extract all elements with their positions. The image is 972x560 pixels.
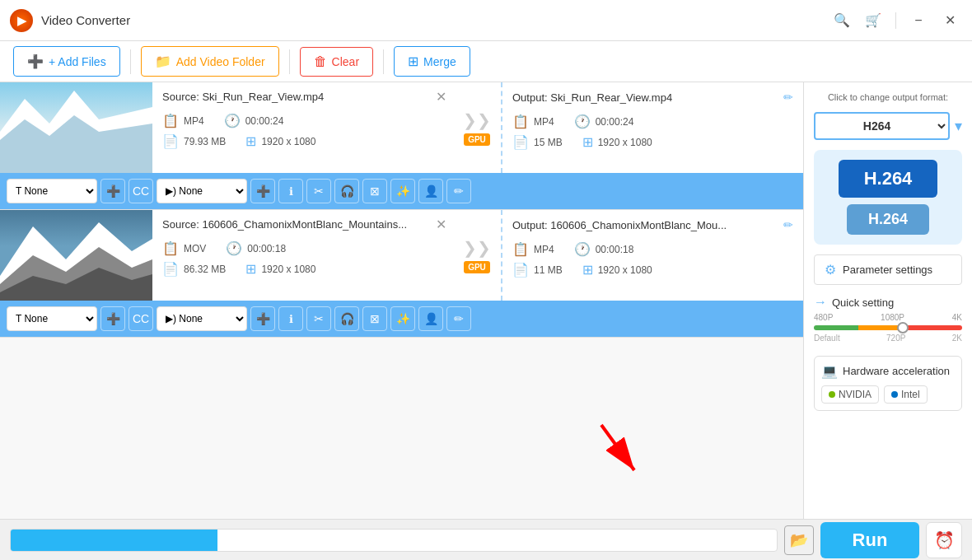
- alarm-button[interactable]: ⏰: [926, 522, 962, 558]
- edit-icon-1[interactable]: ✏: [783, 91, 793, 104]
- source-res-2: ⊞ 1920 x 1080: [245, 261, 315, 277]
- quick-setting-arrow-icon: →: [814, 295, 827, 310]
- audio-select-2[interactable]: ▶) None: [157, 306, 247, 331]
- audio-effects-btn-2[interactable]: 🎧: [334, 306, 359, 331]
- hw-chips: NVIDIA Intel: [821, 385, 955, 404]
- label-4k: 4K: [952, 313, 962, 322]
- cut-btn-2[interactable]: ✂: [306, 306, 331, 331]
- close-btn[interactable]: ✕: [937, 8, 962, 33]
- add-subtitle-btn-1[interactable]: ➕: [100, 179, 125, 203]
- quick-setting-label: Quick setting: [832, 296, 894, 309]
- file-info-row-2a: 📋 MOV 🕐 00:00:18: [162, 240, 443, 256]
- format-dropdown[interactable]: H264 H265 MP4 AVI: [814, 112, 950, 140]
- progress-bar: [11, 530, 217, 551]
- h264-med-badge: H.264: [847, 204, 929, 235]
- merge-button[interactable]: ⊞ Merge: [394, 46, 470, 77]
- hardware-icon: 💻: [821, 363, 838, 379]
- add-files-button[interactable]: ➕ + Add Files: [13, 46, 120, 77]
- quick-setting-section: → Quick setting 480P 1080P 4K Default 72…: [814, 295, 962, 346]
- watermark-btn-1[interactable]: 👤: [418, 179, 443, 203]
- run-button[interactable]: Run: [820, 522, 919, 558]
- label-1080p: 1080P: [881, 313, 904, 322]
- folder-output-icon: 📂: [790, 531, 808, 549]
- cc-btn-2[interactable]: CC: [129, 306, 153, 331]
- cart-btn[interactable]: 🛒: [861, 8, 886, 33]
- crop-btn-2[interactable]: ⊠: [362, 306, 387, 331]
- intel-chip[interactable]: Intel: [884, 385, 928, 404]
- convert-arrow-1: ❯❯: [463, 110, 491, 130]
- label-2k: 2K: [952, 334, 962, 343]
- output-filename-2: Output: 160606_ChamonixMontBlanc_Mou...: [512, 219, 777, 231]
- progress-label: 27%: [383, 534, 404, 546]
- source-filename-2: Source: 160606_ChamonixMontBlanc_Mountai…: [162, 218, 407, 231]
- out-file-icon-2: 📄: [512, 262, 529, 278]
- cc-btn-1[interactable]: CC: [129, 179, 153, 203]
- subtitle-select-2[interactable]: T None: [7, 306, 97, 331]
- nvidia-label: NVIDIA: [839, 389, 872, 400]
- subtitle-effects-btn-2[interactable]: ✏: [446, 306, 471, 331]
- settings-icon: ⚙: [825, 262, 836, 278]
- watermark-btn-2[interactable]: 👤: [418, 306, 443, 331]
- output-section-2: Output: 160606_ChamonixMontBlanc_Mou... …: [501, 210, 803, 301]
- mountain-thumbnail: [0, 210, 152, 301]
- hardware-acceleration-section: 💻 Hardware acceleration NVIDIA Intel: [814, 356, 962, 411]
- out-res-icon-1: ⊞: [582, 134, 593, 150]
- enhance-btn-1[interactable]: ✨: [390, 179, 415, 203]
- out-res-icon-2: ⊞: [582, 262, 593, 278]
- source-format-1: 📋 MP4: [162, 113, 204, 128]
- slider-thumb[interactable]: [897, 322, 909, 334]
- chevron-down-icon: ▾: [955, 117, 962, 135]
- file-list: Source: Ski_Run_Rear_View.mp4 ✕ 📋 MP4 🕐 …: [0, 82, 803, 519]
- add-subtitle-btn-2[interactable]: ➕: [100, 306, 125, 331]
- nvidia-dot: [829, 391, 835, 398]
- cut-btn-1[interactable]: ✂: [306, 179, 331, 203]
- subtitle-effects-btn-1[interactable]: ✏: [446, 179, 471, 203]
- app-logo: ▶: [10, 9, 33, 32]
- clock-icon-2: 🕐: [226, 240, 242, 256]
- file-details-source-2: Source: 160606_ChamonixMontBlanc_Mountai…: [152, 210, 453, 301]
- intel-dot: [891, 391, 898, 398]
- add-folder-button[interactable]: 📁 Add Video Folder: [141, 46, 279, 77]
- convert-arrow-2: ❯❯: [463, 238, 491, 258]
- res-icon-1: ⊞: [245, 133, 256, 149]
- add-audio-btn-2[interactable]: ➕: [250, 306, 275, 331]
- folder-icon: 📁: [155, 54, 171, 69]
- out-clock-icon-2: 🕐: [574, 241, 591, 257]
- search-btn[interactable]: 🔍: [829, 8, 854, 33]
- file-item-2: Source: 160606_ChamonixMontBlanc_Mountai…: [0, 210, 803, 338]
- crop-btn-1[interactable]: ⊠: [362, 179, 387, 203]
- file-close-btn-2[interactable]: ✕: [436, 217, 446, 232]
- source-size-1: 📄 79.93 MB: [162, 133, 226, 149]
- info-btn-2[interactable]: ℹ: [278, 306, 303, 331]
- slider-sub-labels: Default 720P 2K: [814, 334, 962, 343]
- trash-icon: 🗑: [314, 54, 327, 69]
- add-audio-btn-1[interactable]: ➕: [250, 179, 275, 203]
- subtitle-select-1[interactable]: T None: [7, 179, 97, 203]
- minimize-btn[interactable]: −: [906, 8, 931, 33]
- hw-header: 💻 Hardware acceleration: [821, 363, 955, 379]
- quality-slider-container: 480P 1080P 4K Default 720P 2K: [814, 310, 962, 346]
- audio-select-1[interactable]: ▶) None: [157, 179, 247, 203]
- h264-large-badge: H.264: [839, 160, 937, 198]
- merge-icon: ⊞: [408, 54, 418, 69]
- hw-label: Hardware acceleration: [843, 365, 950, 377]
- parameter-settings-button[interactable]: ⚙ Parameter settings: [814, 254, 962, 285]
- label-default: Default: [814, 334, 840, 343]
- clear-button[interactable]: 🗑 Clear: [300, 47, 373, 77]
- toolbar-sep-2: [289, 49, 290, 74]
- right-panel: Click to change output format: H264 H265…: [803, 82, 972, 519]
- output-size-2: 📄 11 MB: [512, 262, 563, 278]
- info-btn-1[interactable]: ℹ: [278, 179, 303, 203]
- file-details-source-1: Source: Ski_Run_Rear_View.mp4 ✕ 📋 MP4 🕐 …: [152, 82, 453, 173]
- edit-icon-2[interactable]: ✏: [783, 218, 793, 231]
- format-preview: H.264 H.264: [814, 150, 962, 245]
- out-file-icon-1: 📄: [512, 134, 529, 150]
- file-close-btn-1[interactable]: ✕: [436, 89, 446, 105]
- audio-effects-btn-1[interactable]: 🎧: [334, 179, 359, 203]
- arrow-section-1: ❯❯ GPU: [453, 82, 501, 173]
- output-folder-button[interactable]: 📂: [784, 525, 814, 555]
- output-duration-1: 🕐 00:00:24: [574, 114, 634, 129]
- output-res-2: ⊞ 1920 x 1080: [582, 262, 652, 278]
- enhance-btn-2[interactable]: ✨: [390, 306, 415, 331]
- nvidia-chip[interactable]: NVIDIA: [821, 385, 879, 404]
